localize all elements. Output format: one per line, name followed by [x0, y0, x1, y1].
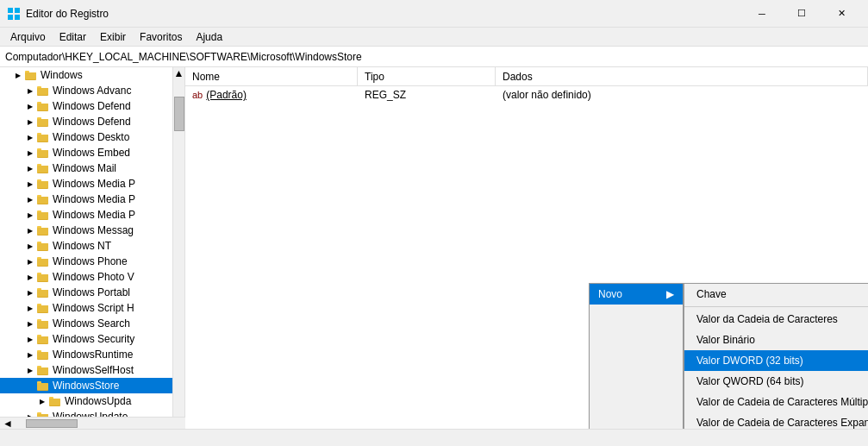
tree-item[interactable]: ▶ Windows Media P	[0, 207, 172, 223]
tree-item-label: Windows Phone	[53, 255, 128, 267]
folder-icon	[36, 255, 50, 267]
context-menu-container: Novo ▶ ChaveValor da Cadeia de Caractere…	[589, 283, 868, 429]
submenu-item[interactable]: Valor da Cadeia de Caracteres	[684, 309, 868, 330]
app-icon	[7, 7, 21, 21]
restore-button[interactable]: ☐	[782, 0, 821, 28]
scroll-left-btn[interactable]: ◄	[2, 419, 14, 428]
tree-item[interactable]: ▶ Windows Media P	[0, 192, 172, 207]
submenu-item[interactable]: Valor DWORD (32 bits)	[684, 350, 868, 371]
tree-expand-icon[interactable]: ▶	[24, 336, 36, 343]
scrollbar-thumb[interactable]	[174, 97, 184, 131]
tree-item[interactable]: ▶ Windows Defend	[0, 114, 172, 129]
folder-icon	[36, 240, 50, 252]
folder-icon	[24, 69, 38, 81]
folder-icon	[48, 395, 62, 407]
submenu-item[interactable]: Valor de Cadeia de Caracteres Expansível	[684, 412, 868, 429]
folder-icon	[36, 193, 50, 205]
tree-expand-icon[interactable]: ▶	[24, 289, 36, 297]
tree-item[interactable]: ▶ Windows Script H	[0, 300, 172, 316]
tree-expand-icon[interactable]: ▶	[24, 103, 36, 110]
ab-icon: ab	[192, 90, 203, 100]
folder-icon	[36, 131, 50, 143]
tree-item-label: Windows Search	[53, 317, 130, 330]
menu-editar[interactable]: Editar	[53, 29, 93, 45]
tree-expand-icon[interactable]: ▶	[24, 305, 36, 312]
tree-item-label: WindowsUpda	[65, 395, 131, 407]
novo-menu-item[interactable]: Novo ▶	[590, 284, 683, 305]
submenu-item[interactable]: Valor QWORD (64 bits)	[684, 371, 868, 392]
tree-item[interactable]: ▶ WindowsUpda	[0, 393, 172, 409]
window-controls: ─ ☐ ✕	[742, 0, 861, 28]
address-path: Computador\HKEY_LOCAL_MACHINE\SOFTWARE\M…	[5, 51, 362, 63]
svg-rect-93	[37, 336, 48, 343]
tree-expand-icon[interactable]: ▶	[12, 72, 24, 79]
tree-item[interactable]: ▶ Windows Mail	[0, 160, 172, 176]
svg-rect-83	[37, 305, 48, 312]
tree-expand-icon[interactable]: ▶	[24, 87, 36, 95]
folder-icon	[36, 302, 50, 314]
tree-item[interactable]: ▶ WindowsSelfHost	[0, 362, 172, 378]
tree-item-label: Windows Defend	[53, 100, 131, 112]
tree-item[interactable]: ▶ Windows Photo V	[0, 269, 172, 285]
tree-expand-icon[interactable]: ▶	[24, 227, 36, 235]
tree-item[interactable]: ▶ Windows Defend	[0, 98, 172, 114]
svg-rect-98	[37, 352, 48, 359]
menu-ajuda[interactable]: Ajuda	[189, 29, 229, 45]
tree-expand-icon[interactable]: ▶	[24, 196, 36, 204]
context-submenu: ChaveValor da Cadeia de CaracteresValor …	[684, 283, 868, 429]
submenu-item[interactable]: Valor de Cadeia de Caracteres Múltipla	[684, 392, 868, 412]
tree-expand-icon[interactable]: ▶	[24, 211, 36, 219]
tree-expand-icon[interactable]: ▶	[24, 367, 36, 374]
tree-item[interactable]: ▶ Windows NT	[0, 238, 172, 254]
tree-item[interactable]: ▶ Windows Deskto	[0, 129, 172, 145]
close-button[interactable]: ✕	[821, 0, 861, 28]
submenu-item[interactable]: Valor Binário	[684, 330, 868, 350]
tree-item-label: WindowsRuntime	[53, 349, 133, 361]
tree-item[interactable]: ▶ Windows Messag	[0, 223, 172, 238]
svg-rect-73	[37, 274, 48, 281]
folder-icon	[36, 286, 50, 298]
tree-item-label: WindowsSelfHost	[53, 364, 134, 376]
scroll-up-btn[interactable]: ▲	[173, 67, 185, 79]
tree-item-label: Windows Mail	[53, 162, 116, 174]
horizontal-scrollbar[interactable]: ◄	[0, 417, 185, 429]
tree-item[interactable]: ▶ Windows Security	[0, 331, 172, 347]
tree-expand-icon[interactable]: ▶	[24, 180, 36, 188]
folder-icon	[36, 178, 50, 190]
menu-exibir[interactable]: Exibir	[93, 29, 133, 45]
tree-item[interactable]: WindowsStore	[0, 378, 172, 393]
folder-icon	[36, 116, 50, 128]
tree-item[interactable]: ▶ Windows Phone	[0, 254, 172, 269]
tree-expand-icon[interactable]: ▶	[24, 320, 36, 328]
tree-item[interactable]: ▶ Windows Advanc	[0, 83, 172, 98]
menu-arquivo[interactable]: Arquivo	[3, 29, 53, 45]
tree-expand-icon[interactable]: ▶	[24, 273, 36, 281]
tree-item-label: Windows Media P	[53, 193, 135, 205]
menu-favoritos[interactable]: Favoritos	[133, 29, 189, 45]
minimize-button[interactable]: ─	[742, 0, 782, 28]
tree-item[interactable]: ▶ Windows Embed	[0, 145, 172, 160]
address-bar: Computador\HKEY_LOCAL_MACHINE\SOFTWARE\M…	[0, 47, 868, 67]
table-row[interactable]: ab (Padrão) REG_SZ (valor não definido)	[185, 86, 868, 104]
tree-expand-icon[interactable]: ▶	[24, 149, 36, 157]
tree-item-label: Windows Messag	[53, 224, 134, 236]
submenu-arrow-icon: ▶	[666, 288, 674, 300]
tree-expand-icon[interactable]: ▶	[24, 134, 36, 141]
context-menu-trigger: Novo ▶	[589, 283, 684, 429]
hscrollbar-thumb[interactable]	[26, 419, 78, 428]
tree-item[interactable]: ▶ Windows Search	[0, 316, 172, 331]
vertical-scrollbar[interactable]: ▲ ▼	[172, 67, 184, 429]
svg-rect-43	[37, 181, 48, 188]
svg-rect-53	[37, 212, 48, 219]
tree-expand-icon[interactable]: ▶	[24, 165, 36, 173]
tree-expand-icon[interactable]: ▶	[36, 398, 48, 405]
submenu-item[interactable]: Chave	[684, 284, 868, 305]
tree-expand-icon[interactable]: ▶	[24, 258, 36, 266]
tree-item[interactable]: ▶ Windows Media P	[0, 176, 172, 192]
tree-item[interactable]: ▶ Windows	[0, 67, 172, 83]
tree-expand-icon[interactable]: ▶	[24, 351, 36, 359]
tree-item[interactable]: ▶ WindowsRuntime	[0, 347, 172, 362]
tree-expand-icon[interactable]: ▶	[24, 118, 36, 126]
tree-expand-icon[interactable]: ▶	[24, 242, 36, 250]
tree-item[interactable]: ▶ Windows Portabl	[0, 285, 172, 300]
